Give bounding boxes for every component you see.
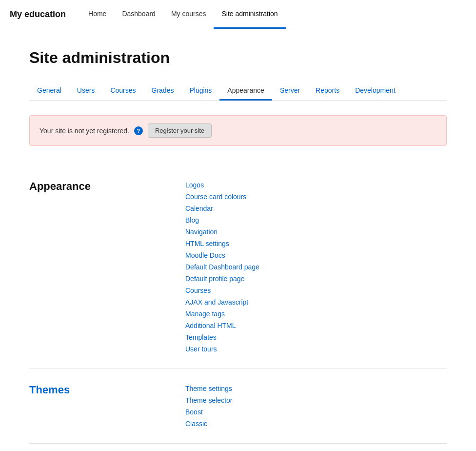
top-navigation: My education HomeDashboardMy coursesSite… (0, 0, 476, 29)
link-navigation[interactable]: Navigation (185, 227, 447, 237)
link-blog[interactable]: Blog (185, 215, 447, 225)
page-title: Site administration (29, 49, 447, 67)
link-default-dashboard-page[interactable]: Default Dashboard page (185, 262, 447, 272)
link-theme-selector[interactable]: Theme selector (185, 395, 447, 405)
tab-server[interactable]: Server (272, 82, 308, 101)
link-html-settings[interactable]: HTML settings (185, 239, 447, 248)
sections-container: AppearanceLogosCourse card coloursCalend… (29, 165, 447, 444)
alert-banner: Your site is not yet registered. ? Regis… (29, 115, 447, 146)
register-site-button[interactable]: Register your site (148, 123, 212, 138)
site-title[interactable]: My education (10, 9, 66, 20)
link-ajax-and-javascript[interactable]: AJAX and Javascript (185, 297, 447, 307)
link-logos[interactable]: Logos (185, 180, 447, 190)
tab-grades[interactable]: Grades (144, 82, 182, 101)
link-classic[interactable]: Classic (185, 419, 447, 429)
section-themes: ThemesTheme settingsTheme selectorBoostC… (29, 369, 447, 444)
section-appearance: AppearanceLogosCourse card coloursCalend… (29, 165, 447, 369)
tab-users[interactable]: Users (69, 82, 103, 101)
link-theme-settings[interactable]: Theme settings (185, 384, 447, 393)
section-label-appearance: Appearance (29, 180, 166, 193)
help-icon[interactable]: ? (134, 126, 143, 135)
nav-link-my-courses[interactable]: My courses (163, 0, 214, 29)
tabs-container: GeneralUsersCoursesGradesPluginsAppearan… (29, 82, 447, 101)
link-additional-html[interactable]: Additional HTML (185, 321, 447, 330)
tab-reports[interactable]: Reports (308, 82, 347, 101)
main-content: Site administration GeneralUsersCoursesG… (0, 29, 476, 451)
link-moodle-docs[interactable]: Moodle Docs (185, 250, 447, 260)
nav-links: HomeDashboardMy coursesSite administrati… (80, 0, 286, 29)
tab-plugins[interactable]: Plugins (181, 82, 219, 101)
tab-courses[interactable]: Courses (102, 82, 143, 101)
nav-link-dashboard[interactable]: Dashboard (114, 0, 163, 29)
link-manage-tags[interactable]: Manage tags (185, 309, 447, 319)
nav-link-site-administration[interactable]: Site administration (214, 0, 285, 29)
tab-general[interactable]: General (29, 82, 69, 101)
alert-message: Your site is not yet registered. (40, 127, 129, 135)
link-course-card-colours[interactable]: Course card colours (185, 192, 447, 202)
link-courses[interactable]: Courses (185, 286, 447, 295)
link-calendar[interactable]: Calendar (185, 204, 447, 213)
link-default-profile-page[interactable]: Default profile page (185, 274, 447, 284)
section-label-themes: Themes (29, 384, 166, 396)
nav-link-home[interactable]: Home (80, 0, 114, 29)
tab-development[interactable]: Development (347, 82, 403, 101)
link-boost[interactable]: Boost (185, 407, 447, 417)
tab-appearance[interactable]: Appearance (219, 82, 272, 101)
link-templates[interactable]: Templates (185, 332, 447, 342)
link-user-tours[interactable]: User tours (185, 344, 447, 354)
